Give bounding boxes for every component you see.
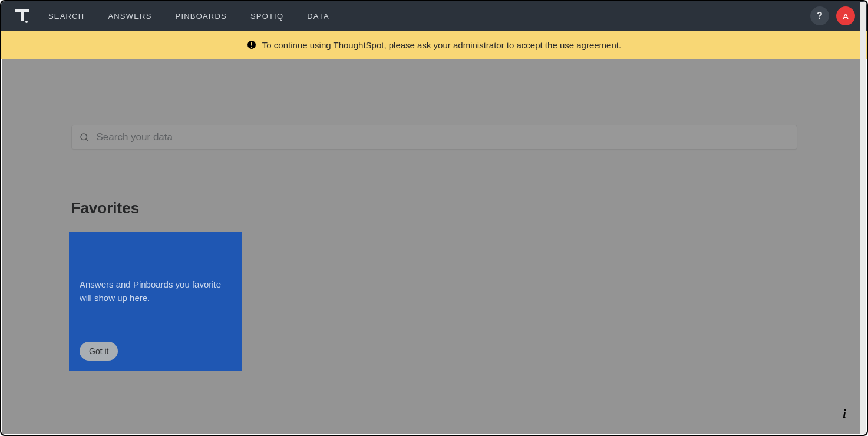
- notice-bar: To continue using ThoughtSpot, please as…: [1, 31, 867, 59]
- svg-rect-4: [251, 42, 252, 46]
- favorites-callout-text: Answers and Pinboards you favorite will …: [80, 278, 232, 305]
- favorites-callout: Answers and Pinboards you favorite will …: [69, 232, 242, 371]
- help-button[interactable]: ?: [810, 6, 829, 25]
- info-icon[interactable]: i: [834, 403, 855, 424]
- nav-item-spotiq[interactable]: SPOTIQ: [250, 12, 283, 21]
- nav-right: ? A: [810, 6, 855, 25]
- svg-rect-1: [21, 9, 24, 21]
- user-avatar[interactable]: A: [836, 6, 855, 25]
- alert-icon: [247, 40, 256, 49]
- got-it-button[interactable]: Got it: [80, 342, 118, 361]
- nav-item-answers[interactable]: ANSWERS: [108, 12, 151, 21]
- nav-item-search[interactable]: SEARCH: [48, 12, 84, 21]
- top-nav: SEARCH ANSWERS PINBOARDS SPOTIQ DATA ? A: [1, 1, 867, 31]
- nav-item-pinboards[interactable]: PINBOARDS: [176, 12, 227, 21]
- nav-item-data[interactable]: DATA: [307, 12, 329, 21]
- notice-text: To continue using ThoughtSpot, please as…: [262, 40, 621, 50]
- svg-rect-5: [251, 47, 252, 48]
- nav-items: SEARCH ANSWERS PINBOARDS SPOTIQ DATA: [48, 12, 329, 21]
- svg-point-2: [25, 21, 28, 23]
- app-frame: SEARCH ANSWERS PINBOARDS SPOTIQ DATA ? A…: [0, 0, 868, 436]
- app-logo-icon[interactable]: [11, 4, 34, 28]
- vertical-scrollbar[interactable]: [860, 2, 866, 434]
